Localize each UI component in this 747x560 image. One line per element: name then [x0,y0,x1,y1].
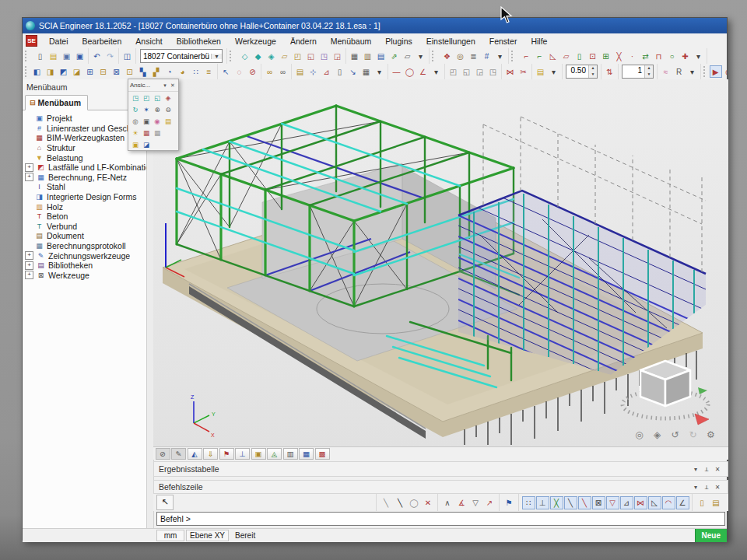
zoom-all-icon[interactable]: ◎ [131,116,141,126]
print-preview-icon[interactable]: ▥ [362,50,374,62]
measure-tool-icon[interactable]: ▯ [696,496,709,509]
nav-cube-mode-icon[interactable]: ◈ [651,428,664,440]
view-x-icon[interactable]: ◳ [131,93,141,103]
nav-rotate-alt-icon[interactable]: ↻ [687,428,700,440]
cube-rotate-arrow-red[interactable] [695,414,709,425]
selection-workplane-icon[interactable]: ∷ [190,65,202,78]
overflow-icon[interactable]: ▾ [415,50,427,62]
zoom-selection-icon[interactable]: ◉ [153,116,163,126]
toolbar-grip[interactable] [511,51,516,61]
tab-tables-icon[interactable]: ▦ [299,448,314,460]
spinner-down-icon[interactable]: ▼ [645,72,653,78]
tree-item-werkzeuge[interactable]: +⊠Werkzeuge [23,271,146,281]
undo-icon[interactable]: ↶ [91,50,103,62]
connection-design-icon[interactable]: ▶ [710,65,722,78]
layer-manager-icon[interactable]: ▤ [294,65,307,78]
line-grid-icon[interactable]: # [481,50,493,62]
expand-icon[interactable]: + [25,163,33,172]
tree-item-lastfälle-und-lf-kombinationen[interactable]: +◩Lastfälle und LF-Kombinationen [23,163,146,173]
draw-line-icon[interactable]: ╲ [380,496,393,509]
overflow-icon[interactable]: ▾ [430,65,443,78]
model-viewport[interactable]: Z Y X ◎◈↺↻⚙ [153,79,728,446]
filter-loads-icon[interactable]: ⊡ [124,65,136,78]
deselect-all-icon[interactable]: ⊘ [247,65,259,78]
cube-rotate-arrow-green[interactable] [698,387,707,394]
export-document-icon[interactable]: ⇗ [388,50,401,62]
select-cursor-icon[interactable]: ↖ [220,65,233,78]
spinner-arrows[interactable]: ▲▼ [644,65,653,78]
overflow-icon[interactable]: ▾ [494,50,507,62]
result-scale-spinner[interactable]: 0.50 ▲▼ [566,65,598,79]
filter-nodes-icon[interactable]: ⊞ [84,65,96,78]
command-input[interactable] [156,512,725,526]
zoom-out-icon[interactable]: ⊖ [163,104,174,114]
clipping-box-icon[interactable]: ▯ [334,65,346,78]
tree-item-beton[interactable]: TBeton [23,212,146,222]
zoom-in-icon[interactable]: ⊕ [153,104,163,114]
toolbar-grip[interactable] [432,51,437,61]
subregion-icon[interactable]: ⊞ [600,50,612,62]
cross-link-icon[interactable]: ✚ [679,50,692,62]
structure-wireframe-icon[interactable]: ◇ [239,50,251,62]
activity-selection-icon[interactable]: ◲ [331,50,344,62]
tree-item-berechnung-fe-netz[interactable]: +▦Berechnung, FE-Netz [23,173,146,183]
selection-all-icon[interactable]: ≡ [203,65,216,78]
spinner-down-icon[interactable]: ▼ [589,72,597,78]
pin-icon[interactable]: T [701,466,712,473]
zoom-window-icon[interactable]: ▣ [142,116,152,126]
snap-endpoint-icon[interactable]: ⊠ [592,496,605,509]
tab-loads-icon[interactable]: ⇓ [203,448,218,460]
tree-item-zeichnungswerkzeuge[interactable]: +✎Zeichnungswerkzeuge [23,250,146,261]
menu-bibliotheken[interactable]: Bibliotheken [170,35,228,47]
snap-node-icon[interactable]: ⋈ [634,496,647,509]
model-3d-view[interactable]: Z Y X [153,79,728,446]
result-cursor-icon[interactable]: R [673,65,686,78]
view-panel-header[interactable]: Ansic... ▾ ✕ [128,79,178,92]
close-icon[interactable]: ✕ [712,484,723,491]
snap-midpoint-icon[interactable]: ▽ [606,496,619,509]
ucs-manager-icon[interactable]: ⊹ [307,65,320,78]
filter-supports-icon[interactable]: ▚ [137,65,149,78]
selection-previous-icon[interactable]: ◔ [163,65,176,78]
connect-members-icon[interactable]: ⊓ [653,50,665,62]
copy-picture-icon[interactable]: ▦ [153,128,163,138]
opening-icon[interactable]: ⊡ [587,50,599,62]
load-display-scale-icon[interactable]: ⇅ [604,65,616,78]
reverse-orientation-icon[interactable]: ⇄ [640,50,652,62]
tree-item-berechnungsprotokoll[interactable]: ▦Berechnungsprotokoll [23,241,146,251]
structure-rendered-icon[interactable]: ◆ [252,50,265,62]
project-selector[interactable]: 18027 Containerbü ▼ [140,49,223,63]
snap-arc-icon[interactable]: ◠ [662,496,675,509]
chevron-down-icon[interactable]: ▼ [211,54,222,59]
cut-elements-icon[interactable]: ✂ [517,65,530,78]
intersection-icon[interactable]: ╳ [613,50,626,62]
snap-edge-icon[interactable]: ◺ [648,496,661,509]
panel-menu-icon[interactable]: ▾ [690,466,701,473]
expand-icon[interactable]: + [25,271,33,279]
hinge-icon[interactable]: ○ [666,50,679,62]
apply-properties-icon[interactable]: ∞ [277,65,289,78]
overflow-icon[interactable]: ▾ [693,50,705,62]
tab-members-icon[interactable]: ▥ [283,448,298,460]
tree-item-integrierte-design-forms[interactable]: ◨Integrierte Design Forms [23,192,146,202]
run-calculation-icon[interactable]: ❖ [441,50,454,62]
tab-results-icon[interactable]: ▩ [315,448,330,460]
nav-settings-icon[interactable]: ⚙ [705,428,717,440]
close-icon[interactable]: ✕ [169,82,177,89]
light-toggle-icon[interactable]: ☀ [131,128,141,138]
new-project-icon[interactable]: ▯ [34,50,47,62]
shrink-members-icon[interactable]: ↘ [347,65,359,78]
tab-menubaum[interactable]: ⊟ Menübaum [25,95,88,110]
circle-dimension-icon[interactable]: ◯ [404,65,416,78]
beam-member-icon[interactable]: ⌐ [534,50,546,62]
spinner-up-icon[interactable]: ▲ [645,65,653,72]
expand-icon[interactable]: + [25,173,33,181]
filter-slabs-icon[interactable]: ⊠ [110,65,123,78]
document-viewer-icon[interactable]: ▱ [402,50,414,62]
snap-orthogonal-icon[interactable]: ⊿ [620,496,633,509]
tab-supports-icon[interactable]: ⊥ [235,448,250,460]
paste-view-icon[interactable]: ◱ [461,65,473,78]
internal-node-icon[interactable]: · [626,50,639,62]
connection-bolts-icon[interactable]: ◉ [723,65,728,78]
toolbar-grip[interactable] [25,51,30,61]
